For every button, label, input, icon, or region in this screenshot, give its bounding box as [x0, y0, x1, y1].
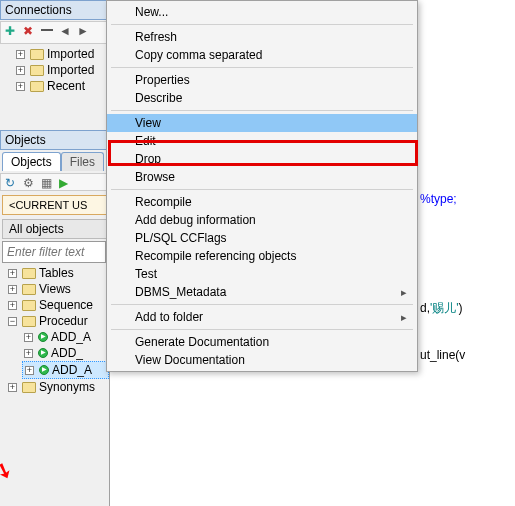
conn-item-recent[interactable]: +Recent	[14, 78, 109, 94]
proc-icon	[38, 348, 48, 358]
tree-label: Sequence	[39, 298, 93, 312]
objects-tree: +Tables +Views +Sequence −Procedur +ADD_…	[0, 265, 109, 395]
filter-input-wrap	[2, 241, 106, 263]
tree-synonyms[interactable]: +Synonyms	[6, 379, 109, 395]
objects-header: Objects	[0, 130, 109, 150]
folder-icon	[22, 268, 36, 279]
menu-copy-comma[interactable]: Copy comma separated	[107, 46, 417, 64]
menu-view-doc[interactable]: View Documentation	[107, 351, 417, 369]
current-user-label[interactable]: <CURRENT US	[2, 195, 107, 215]
menu-edit[interactable]: Edit	[107, 132, 417, 150]
folder-icon	[22, 300, 36, 311]
folder-icon	[30, 49, 44, 60]
proc-item[interactable]: +ADD_A	[22, 329, 109, 345]
folder-icon	[22, 382, 36, 393]
tree-label: Imported	[47, 63, 94, 77]
tree-views[interactable]: +Views	[6, 281, 109, 297]
menu-ccflags[interactable]: PL/SQL CCFlags	[107, 229, 417, 247]
tree-label: Recent	[47, 79, 85, 93]
menu-test[interactable]: Test	[107, 265, 417, 283]
menu-view[interactable]: View	[107, 114, 417, 132]
connections-toolbar: ✚ ✖ ◄ ►	[0, 21, 109, 44]
context-menu: New... Refresh Copy comma separated Prop…	[106, 0, 418, 372]
tree-label: Tables	[39, 266, 74, 280]
dash-icon[interactable]	[41, 29, 53, 41]
tree-label: Procedur	[39, 314, 88, 328]
folder-icon	[22, 284, 36, 295]
tree-label: Imported	[47, 47, 94, 61]
conn-item-imported[interactable]: +Imported	[14, 62, 109, 78]
grid-icon[interactable]: ▦	[41, 176, 53, 188]
menu-gen-doc[interactable]: Generate Documentation	[107, 333, 417, 351]
code-frag: )	[459, 301, 463, 315]
tree-label: ADD_	[51, 346, 83, 360]
menu-new[interactable]: New...	[107, 3, 417, 21]
code-editor[interactable]: %type; d,'赐儿') ut_line(v ce proced , ar2…	[418, 0, 515, 506]
folder-icon	[30, 81, 44, 92]
add-icon[interactable]: ✚	[5, 24, 17, 36]
menu-properties[interactable]: Properties	[107, 71, 417, 89]
right-icon[interactable]: ►	[77, 24, 89, 36]
menu-describe[interactable]: Describe	[107, 89, 417, 107]
folder-icon	[30, 65, 44, 76]
tree-label: Views	[39, 282, 71, 296]
refresh-icon[interactable]: ↻	[5, 176, 17, 188]
filter-input[interactable]	[2, 241, 106, 263]
tab-objects[interactable]: Objects	[2, 152, 61, 171]
code-frag: d,	[420, 301, 430, 315]
tree-sequences[interactable]: +Sequence	[6, 297, 109, 313]
all-objects-row[interactable]: All objects	[2, 219, 107, 239]
delete-icon[interactable]: ✖	[23, 24, 35, 36]
folder-icon	[22, 316, 36, 327]
menu-dbms-metadata[interactable]: DBMS_Metadata	[107, 283, 417, 301]
gear-icon[interactable]: ⚙	[23, 176, 35, 188]
left-pane: Connections ✚ ✖ ◄ ► +Imported +Imported …	[0, 0, 110, 506]
code-frag: ut_line(v	[420, 348, 465, 362]
conn-item-imported[interactable]: +Imported	[14, 46, 109, 62]
proc-icon	[38, 332, 48, 342]
code-frag: '赐儿'	[430, 301, 459, 315]
proc-icon	[39, 365, 49, 375]
menu-recompile-ref[interactable]: Recompile referencing objects	[107, 247, 417, 265]
menu-browse[interactable]: Browse	[107, 168, 417, 186]
tree-label: Synonyms	[39, 380, 95, 394]
left-icon[interactable]: ◄	[59, 24, 71, 36]
tree-label: ADD_A	[52, 363, 92, 377]
menu-drop[interactable]: Drop	[107, 150, 417, 168]
code-frag: %type;	[420, 192, 457, 206]
tree-label: ADD_A	[51, 330, 91, 344]
proc-item[interactable]: +ADD_	[22, 345, 109, 361]
connections-tree: +Imported +Imported +Recent	[0, 46, 109, 94]
menu-add-folder[interactable]: Add to folder	[107, 308, 417, 326]
objects-toolbar: ↻ ⚙ ▦ ▶	[0, 173, 109, 191]
menu-refresh[interactable]: Refresh	[107, 28, 417, 46]
menu-recompile[interactable]: Recompile	[107, 193, 417, 211]
tree-tables[interactable]: +Tables	[6, 265, 109, 281]
connections-header: Connections	[0, 0, 109, 20]
tree-procedures[interactable]: −Procedur	[6, 313, 109, 329]
tab-files[interactable]: Files	[61, 152, 104, 171]
play-icon[interactable]: ▶	[59, 176, 71, 188]
menu-add-debug[interactable]: Add debug information	[107, 211, 417, 229]
objects-tabs: Objects Files	[2, 152, 107, 171]
proc-item-selected[interactable]: +ADD_A	[22, 361, 109, 379]
